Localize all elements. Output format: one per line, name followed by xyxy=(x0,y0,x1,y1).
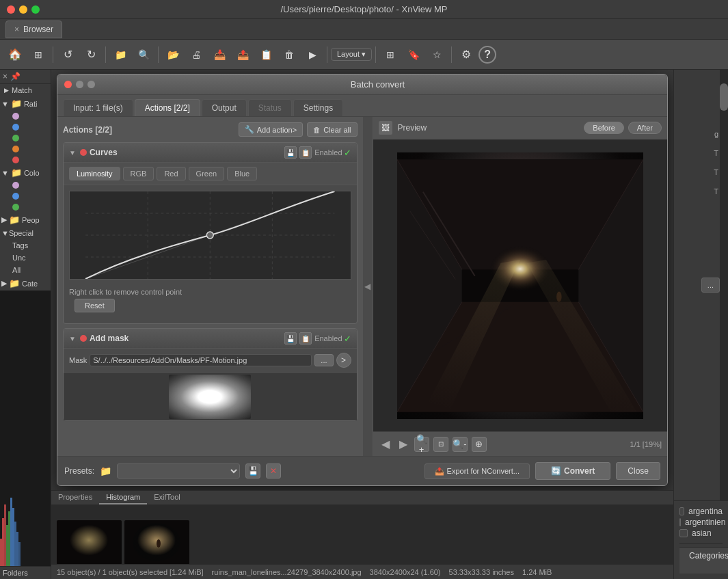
tag-checkbox-argentina[interactable] xyxy=(679,507,684,515)
curve-tab-rgb[interactable]: RGB xyxy=(123,167,154,180)
mask-check[interactable]: ✓ xyxy=(344,334,351,344)
curves-save-btn[interactable]: 💾 xyxy=(284,146,297,159)
rating-item-orange[interactable] xyxy=(8,144,51,154)
sidebar-match[interactable]: ▶ Match xyxy=(0,84,51,96)
copy-btn[interactable]: 📋 xyxy=(255,44,277,66)
browse-btn[interactable]: 📁 xyxy=(109,44,131,66)
browser-tab[interactable]: × Browser xyxy=(5,21,62,38)
mask-save-btn[interactable]: 💾 xyxy=(284,332,297,345)
mask-path-input[interactable] xyxy=(90,354,312,366)
curves-chevron[interactable]: ▼ xyxy=(69,149,76,157)
convert-button[interactable]: 🔄 Convert xyxy=(535,462,610,480)
curves-check[interactable]: ✓ xyxy=(344,148,351,158)
add-action-button[interactable]: 🔧 Add action> xyxy=(239,122,303,137)
thumbnails-btn[interactable]: ⊞ xyxy=(27,44,49,66)
more-options-button[interactable]: ... xyxy=(701,278,720,293)
bookmark-btn[interactable]: 🔖 xyxy=(403,44,424,66)
color-item-blue[interactable] xyxy=(8,191,51,202)
before-button[interactable]: Before xyxy=(584,122,623,134)
home-btn[interactable]: 🏠 xyxy=(4,44,26,66)
tag-checkbox-asian[interactable] xyxy=(679,529,688,537)
special-all[interactable]: All xyxy=(8,264,51,276)
curves-reset-button[interactable]: Reset xyxy=(75,299,115,312)
curve-tab-green[interactable]: Green xyxy=(189,167,225,180)
sidebar-colors-header[interactable]: ▼ 📁 Colo xyxy=(0,165,51,180)
mask-chevron[interactable]: ▼ xyxy=(69,335,76,342)
star-btn[interactable]: ☆ xyxy=(426,44,448,66)
curve-tab-red[interactable]: Red xyxy=(157,167,185,180)
export-btn[interactable]: 📤 xyxy=(232,44,254,66)
preset-save-button[interactable]: 💾 xyxy=(245,463,260,479)
import-btn[interactable]: 📥 xyxy=(208,44,230,66)
sidebar-special-header[interactable]: ▼ Special xyxy=(0,227,51,239)
open-btn[interactable]: 📂 xyxy=(162,44,184,66)
layout-btn[interactable]: Layout ▾ xyxy=(331,48,372,61)
batch-btn[interactable]: ⊞ xyxy=(379,44,401,66)
zoom-actual-button[interactable]: ⊕ xyxy=(472,437,487,452)
categories-tab[interactable]: Categories xyxy=(679,547,728,574)
curves-canvas[interactable] xyxy=(69,191,351,280)
exiftool-tab[interactable]: ExifTool xyxy=(147,491,187,504)
delete-btn[interactable]: 🗑 xyxy=(278,44,300,66)
curves-copy-btn[interactable]: 📋 xyxy=(299,146,312,159)
thumbnail-2[interactable] xyxy=(124,520,189,565)
tab-actions[interactable]: Actions [2/2] xyxy=(135,99,200,116)
tab-input[interactable]: Input: 1 file(s) xyxy=(63,99,133,116)
folders-section[interactable]: Folders xyxy=(0,566,51,579)
rating-item-blue[interactable] xyxy=(8,122,51,133)
next-image-button[interactable]: ▶ xyxy=(396,436,410,452)
slideshow-btn[interactable]: ▶ xyxy=(301,44,323,66)
special-tags[interactable]: Tags xyxy=(8,239,51,252)
curve-tab-blue[interactable]: Blue xyxy=(227,167,257,180)
print-btn[interactable]: 🖨 xyxy=(185,44,207,66)
presets-select[interactable] xyxy=(117,463,240,479)
tag-checkbox-argentinien[interactable] xyxy=(679,518,681,526)
histogram-tab[interactable]: Histogram xyxy=(99,491,147,504)
tab-close-icon[interactable]: × xyxy=(14,25,19,34)
forward-btn[interactable]: ↻ xyxy=(80,44,102,66)
export-button[interactable]: 📤 Export for NConvert... xyxy=(424,463,530,479)
zoom-out-button[interactable]: 🔍- xyxy=(453,437,468,452)
scan-btn[interactable]: 🔍 xyxy=(133,44,154,66)
dialog-minimize[interactable] xyxy=(76,81,83,88)
tab-status[interactable]: Status xyxy=(248,99,292,116)
mask-next-button[interactable]: > xyxy=(336,353,351,368)
settings-btn[interactable]: ⚙ xyxy=(455,44,477,66)
mask-browse-button[interactable]: ... xyxy=(314,354,333,366)
right-scrollbar-thumb[interactable] xyxy=(720,83,728,111)
tab-output[interactable]: Output xyxy=(202,99,247,116)
mask-copy-btn[interactable]: 📋 xyxy=(299,332,312,345)
panel-divider[interactable]: ◀ xyxy=(363,117,373,456)
minimize-button[interactable] xyxy=(19,5,27,14)
close-dialog-button[interactable]: Close xyxy=(616,462,660,480)
thumbnail-1[interactable] xyxy=(57,520,122,565)
curve-tab-luminosity[interactable]: Luminosity xyxy=(69,167,120,180)
properties-tab[interactable]: Properties xyxy=(51,491,99,504)
zoom-in-button[interactable]: 🔍+ xyxy=(414,437,429,452)
dialog-maximize[interactable] xyxy=(87,81,95,88)
dialog-close[interactable] xyxy=(64,81,72,88)
tab-settings[interactable]: Settings xyxy=(293,99,343,116)
sidebar-people-header[interactable]: ▶ 📁 Peop xyxy=(0,213,51,227)
sidebar-close-icon[interactable]: × xyxy=(3,72,8,81)
color-item-green[interactable] xyxy=(8,202,51,213)
back-btn[interactable]: ↺ xyxy=(57,44,79,66)
fit-button[interactable]: ⊡ xyxy=(433,437,448,452)
close-button[interactable] xyxy=(7,5,15,14)
after-button[interactable]: After xyxy=(628,122,662,134)
rating-item-red[interactable] xyxy=(8,154,51,165)
sidebar-categories-header[interactable]: ▶ 📁 Cate xyxy=(0,276,51,291)
rating-item-green[interactable] xyxy=(8,133,51,144)
sidebar-ratings-header[interactable]: ▼ 📁 Rati xyxy=(0,96,51,111)
special-unc[interactable]: Unc xyxy=(8,252,51,264)
color-item-purple[interactable] xyxy=(8,180,51,191)
preset-delete-button[interactable]: ✕ xyxy=(266,463,281,479)
sidebar-pin-icon[interactable]: 📌 xyxy=(10,72,21,81)
maximize-button[interactable] xyxy=(31,5,40,14)
help-btn[interactable]: ? xyxy=(478,46,496,64)
prev-image-button[interactable]: ◀ xyxy=(379,436,392,452)
right-scrollbar-track[interactable] xyxy=(720,70,728,500)
clear-all-button[interactable]: 🗑 Clear all xyxy=(307,122,357,137)
presets-folder-button[interactable]: 📁 xyxy=(100,466,111,476)
rating-item-purple[interactable] xyxy=(8,111,51,122)
